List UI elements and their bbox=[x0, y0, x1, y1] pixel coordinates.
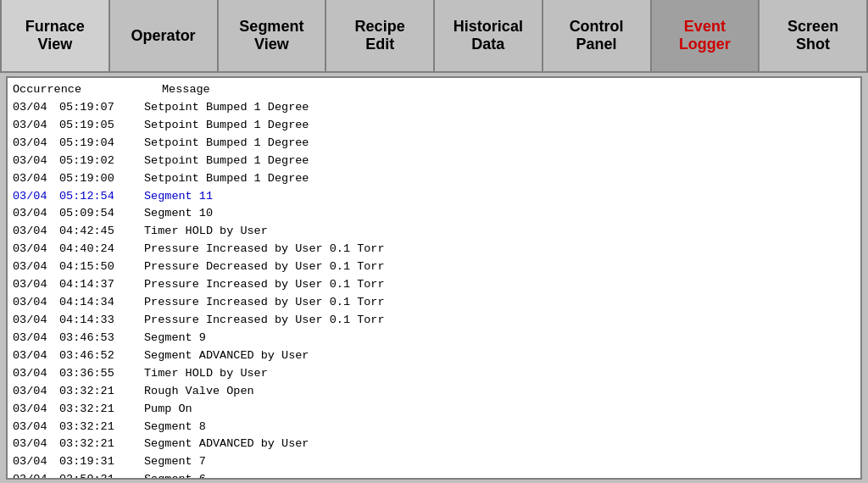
log-message: Pressure Increased by User 0.1 Torr bbox=[144, 276, 385, 294]
log-row: 03/0403:32:21Segment 8 bbox=[13, 419, 855, 436]
log-row: 03/0403:19:31Segment 7 bbox=[13, 453, 855, 471]
log-time: 04:14:37 bbox=[59, 276, 144, 294]
log-row: 03/0404:15:50Pressure Decreased by User … bbox=[13, 258, 855, 276]
log-row: 03/0403:46:53Segment 9 bbox=[13, 330, 855, 347]
nav-screen-shot[interactable]: ScreenShot bbox=[760, 0, 868, 71]
log-row: 03/0405:19:07Setpoint Bumped 1 Degree bbox=[13, 99, 855, 117]
log-row: 03/0404:14:34Pressure Increased by User … bbox=[13, 294, 855, 312]
header-message: Message bbox=[162, 81, 210, 99]
nav-event-logger[interactable]: EventLogger bbox=[652, 0, 760, 71]
nav-segment-view[interactable]: SegmentView bbox=[219, 0, 327, 71]
event-log-container: Occurrence Message 03/0405:19:07Setpoint… bbox=[6, 76, 862, 480]
log-date: 03/04 bbox=[13, 205, 59, 223]
log-time: 03:46:53 bbox=[59, 330, 144, 347]
log-date: 03/04 bbox=[13, 436, 59, 453]
log-time: 03:32:21 bbox=[59, 436, 144, 453]
log-message: Segment ADVANCED by User bbox=[144, 436, 309, 453]
log-date: 03/04 bbox=[13, 135, 59, 153]
log-time: 05:19:00 bbox=[59, 170, 144, 188]
log-message: Pressure Increased by User 0.1 Torr bbox=[144, 294, 385, 312]
log-time: 03:36:55 bbox=[59, 365, 144, 383]
log-time: 04:14:34 bbox=[59, 294, 144, 312]
log-row: 03/0404:42:45Timer HOLD by User bbox=[13, 223, 855, 241]
log-date: 03/04 bbox=[13, 258, 59, 276]
log-time: 03:32:21 bbox=[59, 419, 144, 436]
log-date: 03/04 bbox=[13, 117, 59, 135]
log-message: Setpoint Bumped 1 Degree bbox=[144, 170, 309, 188]
log-message: Setpoint Bumped 1 Degree bbox=[144, 99, 309, 117]
log-message: Timer HOLD by User bbox=[144, 223, 268, 241]
log-row: 03/0405:12:54Segment 11 bbox=[13, 188, 855, 206]
log-header: Occurrence Message bbox=[13, 81, 855, 99]
log-time: 05:12:54 bbox=[59, 188, 144, 206]
log-row: 03/0403:32:21Segment ADVANCED by User bbox=[13, 436, 855, 453]
log-row: 03/0405:19:00Setpoint Bumped 1 Degree bbox=[13, 170, 855, 188]
log-date: 03/04 bbox=[13, 188, 59, 206]
log-row: 03/0402:59:31Segment 6 bbox=[13, 471, 855, 478]
log-row: 03/0405:19:02Setpoint Bumped 1 Degree bbox=[13, 153, 855, 170]
log-time: 03:32:21 bbox=[59, 401, 144, 419]
log-time: 04:15:50 bbox=[59, 258, 144, 276]
log-date: 03/04 bbox=[13, 170, 59, 188]
log-time: 04:42:45 bbox=[59, 223, 144, 241]
log-date: 03/04 bbox=[13, 365, 59, 383]
log-date: 03/04 bbox=[13, 419, 59, 436]
log-message: Pressure Decreased by User 0.1 Torr bbox=[144, 258, 385, 276]
log-row: 03/0403:36:55Timer HOLD by User bbox=[13, 365, 855, 383]
log-message: Segment 11 bbox=[144, 188, 213, 206]
log-time: 03:19:31 bbox=[59, 453, 144, 471]
log-date: 03/04 bbox=[13, 276, 59, 294]
nav-control-panel[interactable]: ControlPanel bbox=[543, 0, 652, 71]
log-time: 05:19:07 bbox=[59, 99, 144, 117]
log-time: 04:40:24 bbox=[59, 241, 144, 258]
log-message: Segment 7 bbox=[144, 453, 206, 471]
log-time: 05:19:05 bbox=[59, 117, 144, 135]
log-row: 03/0403:32:21Rough Valve Open bbox=[13, 383, 855, 401]
log-date: 03/04 bbox=[13, 294, 59, 312]
navigation-bar: FurnaceView Operator SegmentView RecipeE… bbox=[0, 0, 868, 73]
log-message: Segment ADVANCED by User bbox=[144, 347, 309, 365]
log-message: Setpoint Bumped 1 Degree bbox=[144, 135, 309, 153]
log-time: 02:59:31 bbox=[59, 471, 144, 478]
log-row: 03/0404:14:33Pressure Increased by User … bbox=[13, 312, 855, 330]
nav-furnace-view[interactable]: FurnaceView bbox=[0, 0, 110, 71]
log-time: 03:32:21 bbox=[59, 383, 144, 401]
header-occurrence: Occurrence bbox=[13, 81, 81, 99]
log-date: 03/04 bbox=[13, 99, 59, 117]
log-date: 03/04 bbox=[13, 330, 59, 347]
event-log-table[interactable]: Occurrence Message 03/0405:19:07Setpoint… bbox=[8, 78, 860, 478]
log-entries-container: 03/0405:19:07Setpoint Bumped 1 Degree03/… bbox=[13, 99, 855, 478]
nav-recipe-edit[interactable]: RecipeEdit bbox=[326, 0, 435, 71]
log-message: Pressure Increased by User 0.1 Torr bbox=[144, 312, 385, 330]
log-row: 03/0405:09:54Segment 10 bbox=[13, 205, 855, 223]
log-message: Segment 8 bbox=[144, 419, 206, 436]
log-message: Pressure Increased by User 0.1 Torr bbox=[144, 241, 385, 258]
log-date: 03/04 bbox=[13, 347, 59, 365]
log-row: 03/0404:14:37Pressure Increased by User … bbox=[13, 276, 855, 294]
log-message: Timer HOLD by User bbox=[144, 365, 268, 383]
log-time: 04:14:33 bbox=[59, 312, 144, 330]
log-date: 03/04 bbox=[13, 401, 59, 419]
log-row: 03/0403:46:52Segment ADVANCED by User bbox=[13, 347, 855, 365]
log-time: 03:46:52 bbox=[59, 347, 144, 365]
log-row: 03/0404:40:24Pressure Increased by User … bbox=[13, 241, 855, 258]
log-row: 03/0405:19:04Setpoint Bumped 1 Degree bbox=[13, 135, 855, 153]
log-date: 03/04 bbox=[13, 153, 59, 170]
log-time: 05:19:02 bbox=[59, 153, 144, 170]
log-row: 03/0405:19:05Setpoint Bumped 1 Degree bbox=[13, 117, 855, 135]
log-time: 05:09:54 bbox=[59, 205, 144, 223]
log-message: Setpoint Bumped 1 Degree bbox=[144, 153, 309, 170]
log-date: 03/04 bbox=[13, 241, 59, 258]
log-date: 03/04 bbox=[13, 223, 59, 241]
nav-historical-data[interactable]: HistoricalData bbox=[435, 0, 543, 71]
log-date: 03/04 bbox=[13, 383, 59, 401]
log-message: Segment 9 bbox=[144, 330, 206, 347]
log-message: Segment 10 bbox=[144, 205, 213, 223]
log-date: 03/04 bbox=[13, 312, 59, 330]
log-row: 03/0403:32:21Pump On bbox=[13, 401, 855, 419]
nav-operator[interactable]: Operator bbox=[110, 0, 219, 71]
log-message: Rough Valve Open bbox=[144, 383, 254, 401]
log-date: 03/04 bbox=[13, 453, 59, 471]
log-date: 03/04 bbox=[13, 471, 59, 478]
log-message: Segment 6 bbox=[144, 471, 206, 478]
